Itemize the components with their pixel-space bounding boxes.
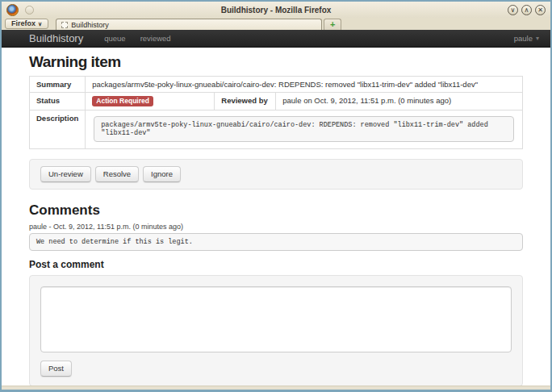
nav-link-queue[interactable]: queue (104, 34, 125, 43)
summary-label: Summary (30, 77, 86, 93)
description-label: Description (30, 111, 86, 149)
user-name: paule (514, 34, 533, 43)
page-viewport: Buildhistory queue reviewed paule ▾ Warn… (2, 30, 550, 390)
post-button[interactable]: Post (40, 361, 72, 377)
description-value: packages/armv5te-poky-linux-gnueabi/cair… (94, 116, 514, 142)
new-tab-button[interactable]: + (324, 19, 341, 30)
details-table: Summary packages/armv5te-poky-linux-gnue… (29, 76, 523, 149)
chevron-down-icon: ∨ (38, 19, 42, 28)
comment-text: We need to determine if this is legit. (29, 233, 523, 251)
actions-well: Un-review Resolve Ignore (29, 159, 523, 190)
post-comment-heading: Post a comment (29, 259, 523, 270)
tab-title: Buildhistory (71, 21, 109, 29)
window-title: Buildhistory - Mozilla Firefox (2, 6, 550, 15)
tab-buildhistory[interactable]: Buildhistory (56, 19, 322, 30)
comment-textarea-wrap (40, 286, 512, 352)
firefox-menu-button[interactable]: Firefox ∨ (5, 19, 48, 29)
resize-grip-icon[interactable] (503, 344, 509, 350)
un-review-button[interactable]: Un-review (40, 166, 91, 182)
summary-row: Summary packages/armv5te-poky-linux-gnue… (30, 77, 523, 93)
page-title: Warning item (29, 53, 523, 71)
reviewed-by-label: Reviewed by (215, 93, 276, 111)
plus-icon: + (330, 19, 335, 29)
comment-item: paule - Oct. 9, 2012, 11:51 p.m. (0 minu… (29, 223, 523, 251)
caret-down-icon: ▾ (536, 35, 539, 42)
firefox-menu-label: Firefox (11, 19, 36, 28)
window-statusbar (2, 386, 550, 390)
status-badge-cell: Action Required (86, 93, 215, 111)
window-controls: ∨ ∧ ✕ (508, 5, 546, 15)
status-badge: Action Required (92, 96, 153, 106)
description-cell: packages/armv5te-poky-linux-gnueabi/cair… (86, 111, 523, 149)
nav-link-reviewed[interactable]: reviewed (140, 34, 171, 43)
comments-heading: Comments (29, 202, 523, 219)
site-navbar: Buildhistory queue reviewed paule ▾ (2, 30, 550, 48)
close-icon[interactable]: ✕ (535, 5, 546, 15)
description-row: Description packages/armv5te-poky-linux-… (30, 111, 523, 149)
navbar-brand[interactable]: Buildhistory (29, 32, 83, 44)
reviewed-by-value: paule on Oct. 9, 2012, 11:51 p.m. (0 min… (276, 93, 523, 111)
user-dropdown[interactable]: paule ▾ (514, 34, 539, 43)
summary-value: packages/armv5te-poky-linux-gnueabi/cair… (86, 77, 523, 93)
main-content: Warning item Summary packages/armv5te-po… (2, 48, 550, 386)
status-row: Status Action Required Reviewed by paule… (30, 93, 523, 111)
comment-textarea[interactable] (40, 286, 512, 352)
window-titlebar: Buildhistory - Mozilla Firefox ∨ ∧ ✕ (2, 2, 550, 18)
minimize-icon[interactable]: ∨ (508, 5, 518, 15)
tab-bar: Firefox ∨ Buildhistory + (2, 18, 550, 30)
tab-favicon-icon (61, 22, 68, 28)
resolve-button[interactable]: Resolve (95, 166, 139, 182)
comment-meta: paule - Oct. 9, 2012, 11:51 p.m. (0 minu… (29, 223, 523, 231)
status-label: Status (30, 93, 86, 111)
maximize-icon[interactable]: ∧ (521, 5, 532, 15)
post-comment-well: Post (29, 275, 523, 386)
ignore-button[interactable]: Ignore (143, 166, 181, 182)
browser-window: Buildhistory - Mozilla Firefox ∨ ∧ ✕ Fir… (0, 0, 552, 392)
